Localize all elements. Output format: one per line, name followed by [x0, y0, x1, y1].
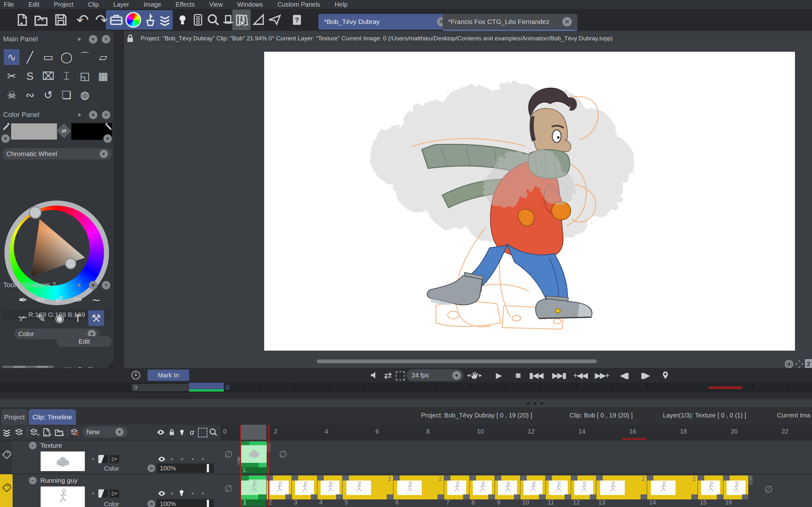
new-project-button[interactable] — [14, 11, 29, 29]
tool-text[interactable]: T — [70, 310, 86, 326]
exposure-cell-8[interactable] — [470, 475, 495, 499]
tool-cutter[interactable]: ⚒ — [88, 310, 104, 326]
layer-row-running-guy[interactable]: − Running guy ▯+ Color ⊖ 100% ∅ — [0, 473, 812, 507]
panel-splitter[interactable] — [0, 399, 812, 407]
layer-thumbnail[interactable] — [40, 486, 85, 507]
add-instance-icon[interactable]: ▯+ — [110, 489, 119, 498]
collapse-panel-icon[interactable]: ▼ — [89, 35, 98, 44]
menu-windows[interactable]: Windows — [237, 1, 263, 8]
collapse-layer-icon[interactable]: − — [29, 477, 37, 484]
menu-layer[interactable]: Layer — [113, 1, 129, 8]
tool-curve[interactable]: ⌒ — [77, 49, 93, 65]
left-panel-scrollstrip[interactable] — [114, 31, 124, 399]
timeline-zoom-icon[interactable] — [208, 427, 219, 438]
layer-thumbnail[interactable] — [40, 451, 85, 471]
color-b-dropdown-icon[interactable]: ▼ — [104, 134, 112, 143]
mark-clock-icon[interactable] — [131, 371, 141, 380]
exposure-cell-14[interactable]: 2 — [647, 475, 698, 499]
tool-circle-mask[interactable]: ◍ — [77, 87, 93, 103]
tool-cut-selection[interactable]: ✂ — [4, 68, 19, 84]
tab-clip-timeline[interactable]: Clip: Timeline — [29, 409, 76, 425]
add-layer-button[interactable]: ＋ — [29, 427, 41, 438]
exposure-cell-16[interactable] — [724, 475, 749, 499]
mark-in-button[interactable]: Mark In — [147, 370, 189, 381]
opacity-slider-handle[interactable] — [207, 500, 209, 507]
canvas-hscrollbar[interactable] — [317, 359, 597, 363]
lock-column-icon[interactable] — [167, 427, 177, 438]
delete-layer-button[interactable]: ✕ — [69, 427, 81, 438]
lock-icon[interactable] — [125, 33, 135, 44]
collapse-panel-icon[interactable]: ▼ — [89, 281, 98, 289]
tool-crayon[interactable]: ✐ — [52, 292, 67, 308]
pos-icon[interactable] — [98, 489, 108, 498]
light-column-icon[interactable] — [177, 427, 187, 438]
menu-clip[interactable]: Clip — [88, 1, 99, 8]
tool-transform[interactable]: ◱ — [77, 68, 93, 84]
close-panel-icon[interactable]: ✕ — [102, 111, 110, 119]
play-button[interactable]: ▶ — [490, 369, 507, 381]
sv-handle[interactable] — [65, 258, 76, 269]
skip-first-button[interactable]: ▮◀◀ — [527, 369, 545, 381]
seek-minus-button[interactable]: +◀◀ — [571, 369, 589, 381]
extend-handle[interactable]: ∥ — [749, 475, 753, 485]
new-layer-dropdown[interactable]: New ▼ — [82, 427, 127, 437]
add-file-button[interactable]: ＋ — [42, 427, 54, 438]
tool-pencil[interactable]: ✏ — [34, 292, 49, 308]
opacity-value[interactable]: 100% — [157, 463, 214, 473]
layer-light-icon[interactable] — [178, 488, 185, 498]
tool-smart-selection[interactable]: S — [22, 68, 38, 84]
color-a-swatch[interactable] — [11, 123, 57, 140]
opacity-minus-icon[interactable]: ⊖ — [147, 464, 155, 472]
tool-freehand[interactable]: ∿ — [4, 49, 19, 65]
help-button[interactable] — [289, 11, 305, 29]
menu-file[interactable]: File — [4, 1, 14, 8]
menu-help[interactable]: Help — [335, 1, 348, 8]
tool-line[interactable]: ╱ — [22, 49, 38, 65]
extend-handle[interactable]: ∥ — [237, 457, 241, 465]
scrub-row[interactable]: 0 0 — [0, 383, 812, 392]
tag-icon[interactable] — [2, 450, 11, 459]
tool-sketch-pen[interactable]: ✃ — [15, 310, 31, 326]
layer-name[interactable]: Running guy — [40, 477, 77, 484]
color-mode-dropdown[interactable]: Chromatic Wheel ▼ — [3, 148, 112, 160]
collapse-panel-icon[interactable]: ▼ — [89, 111, 98, 119]
menu-project[interactable]: Project — [54, 1, 73, 8]
tool-waterdrop[interactable]: ◉ — [52, 310, 67, 326]
close-panel-icon[interactable]: ✕ — [102, 35, 110, 44]
close-panel-icon[interactable]: ✕ — [102, 281, 110, 289]
alpha-column-icon[interactable] — [187, 427, 197, 438]
drawing-canvas[interactable] — [264, 52, 795, 351]
opacity-value[interactable]: 100% — [157, 499, 214, 507]
exposure-cell-7[interactable] — [444, 475, 470, 499]
collapse-layer-icon[interactable]: − — [29, 442, 37, 449]
save-button[interactable] — [53, 11, 69, 29]
exposure-cell-10[interactable] — [520, 475, 546, 499]
frame-ruler[interactable]: 0246810121416182022 — [221, 425, 812, 440]
extend-handle[interactable]: ∥ — [267, 443, 271, 452]
undo-button[interactable]: ↶ — [74, 11, 91, 29]
eye-column-icon[interactable] — [155, 427, 167, 438]
redo-button[interactable]: ↷ — [93, 11, 110, 29]
tool-page-flip[interactable]: ❏ — [59, 87, 74, 103]
project-tab-francis[interactable]: *Francis Fox CTG_Léo Fernandez ✕ — [443, 14, 577, 31]
stack-collapse-icon[interactable] — [1, 427, 13, 438]
current-frame-field[interactable]: 0 — [131, 383, 192, 392]
exposure-cell-13[interactable]: 2 — [597, 475, 647, 499]
tool-ellipse[interactable]: ◯ — [59, 49, 74, 65]
pos-icon[interactable] — [98, 455, 108, 463]
exposure-cell-5[interactable]: 2 — [342, 475, 393, 499]
edit-button[interactable]: Edit — [57, 336, 112, 347]
menu-edit[interactable]: Edit — [28, 1, 39, 8]
magic-hat-button[interactable] — [221, 11, 236, 29]
hue-handle[interactable] — [29, 206, 42, 219]
exposure-cell-4[interactable] — [317, 475, 342, 499]
opacity-slider-handle[interactable] — [207, 464, 209, 472]
fps-dropdown[interactable]: 24 fps ▼ — [407, 369, 463, 381]
bookmark-pin-button[interactable] — [660, 369, 671, 381]
menu-image[interactable]: Image — [143, 1, 161, 8]
tool-smudge[interactable]: ∼ — [88, 292, 104, 308]
step-back-button[interactable]: ◀▮ — [615, 369, 633, 381]
shuttle-hand-button[interactable]: ◂▸ — [466, 369, 483, 381]
tab-project[interactable]: Project — [1, 409, 28, 425]
menu-view[interactable]: View — [209, 1, 223, 8]
